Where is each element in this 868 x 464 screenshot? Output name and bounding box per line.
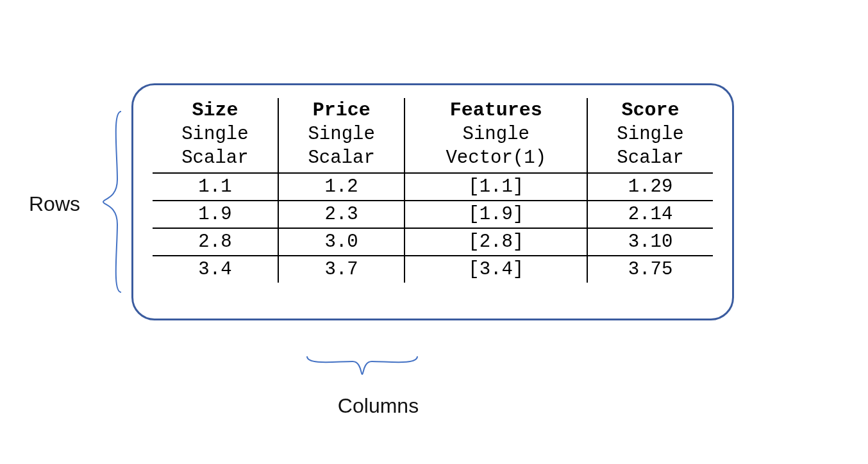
cell-price: 3.0 xyxy=(278,228,405,256)
col-type-price: Scalar xyxy=(278,146,405,173)
cell-price: 3.7 xyxy=(278,256,405,283)
col-card-features: Single xyxy=(405,122,587,146)
cell-price: 1.2 xyxy=(278,173,405,201)
col-name-features: Features xyxy=(405,98,587,122)
table-row: 1.9 2.3 [1.9] 2.14 xyxy=(153,201,713,228)
columns-label: Columns xyxy=(321,394,436,418)
cell-features: [2.8] xyxy=(405,228,587,256)
cell-score: 1.29 xyxy=(587,173,713,201)
col-type-size: Scalar xyxy=(153,146,278,173)
table-header-cardinality: Single Single Single Single xyxy=(153,122,713,146)
table-frame: Size Price Features Score Single Single … xyxy=(131,83,734,320)
col-type-score: Scalar xyxy=(587,146,713,173)
col-card-price: Single xyxy=(278,122,405,146)
col-name-size: Size xyxy=(153,98,278,122)
table-header-names: Size Price Features Score xyxy=(153,98,713,122)
rows-brace-icon xyxy=(99,109,125,295)
cell-size: 1.1 xyxy=(153,173,278,201)
col-name-price: Price xyxy=(278,98,405,122)
col-card-score: Single xyxy=(587,122,713,146)
cell-score: 3.75 xyxy=(587,256,713,283)
cell-size: 2.8 xyxy=(153,228,278,256)
data-table: Size Price Features Score Single Single … xyxy=(153,98,713,283)
cell-score: 2.14 xyxy=(587,201,713,228)
table-row: 3.4 3.7 [3.4] 3.75 xyxy=(153,256,713,283)
table-row: 1.1 1.2 [1.1] 1.29 xyxy=(153,173,713,201)
columns-brace-icon xyxy=(305,352,420,378)
cell-score: 3.10 xyxy=(587,228,713,256)
cell-price: 2.3 xyxy=(278,201,405,228)
cell-size: 3.4 xyxy=(153,256,278,283)
table-header-type: Scalar Scalar Vector(1) Scalar xyxy=(153,146,713,173)
table-row: 2.8 3.0 [2.8] 3.10 xyxy=(153,228,713,256)
cell-features: [1.9] xyxy=(405,201,587,228)
cell-features: [1.1] xyxy=(405,173,587,201)
col-name-score: Score xyxy=(587,98,713,122)
cell-size: 1.9 xyxy=(153,201,278,228)
cell-features: [3.4] xyxy=(405,256,587,283)
rows-label: Rows xyxy=(29,192,80,216)
col-type-features: Vector(1) xyxy=(405,146,587,173)
col-card-size: Single xyxy=(153,122,278,146)
